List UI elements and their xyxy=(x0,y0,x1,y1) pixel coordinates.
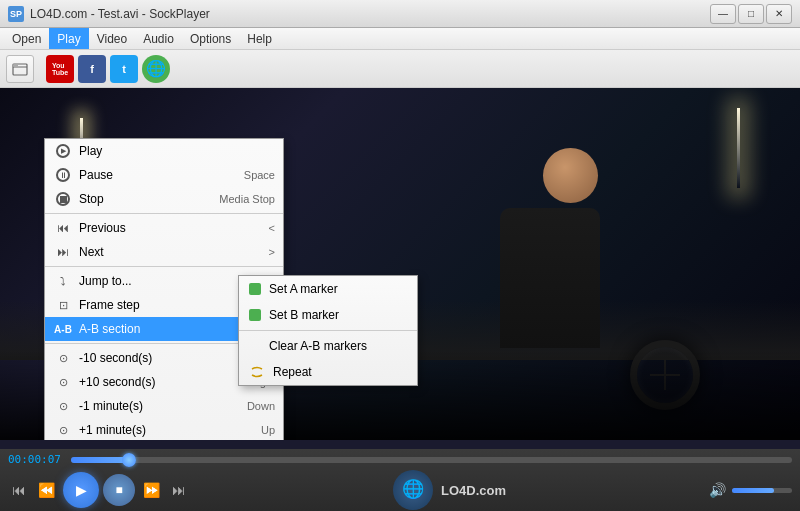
stop-label: Stop xyxy=(79,192,219,206)
step-back-button[interactable]: ⏪ xyxy=(34,480,59,500)
repeat-label: Repeat xyxy=(273,365,312,379)
menu-bar: Open Play Video Audio Options Help xyxy=(0,28,800,50)
rewind1m-icon: ⊙ xyxy=(53,396,73,416)
menu-help[interactable]: Help xyxy=(239,28,280,49)
menu-play[interactable]: Play xyxy=(49,28,88,49)
menu-audio[interactable]: Audio xyxy=(135,28,182,49)
title-controls: — □ ✕ xyxy=(710,4,792,24)
stop-circle-icon xyxy=(53,189,73,209)
ab-label: A-B section xyxy=(79,322,263,336)
set-a-label: Set A marker xyxy=(269,282,338,296)
submenu-separator xyxy=(239,330,417,331)
rewind10s-label: -10 second(s) xyxy=(79,351,257,365)
open-file-button[interactable] xyxy=(6,55,34,83)
ab-icon: A-B xyxy=(53,319,73,339)
menu-open[interactable]: Open xyxy=(4,28,49,49)
progress-row: 00:00:07 xyxy=(8,453,792,466)
twitter-button[interactable]: t xyxy=(110,55,138,83)
maximize-button[interactable]: □ xyxy=(738,4,764,24)
title-bar-left: SP LO4D.com - Test.avi - SockPlayer xyxy=(8,6,210,22)
jump-label: Jump to... xyxy=(79,274,246,288)
person-silhouette xyxy=(500,148,620,368)
forward10s-icon: ⊙ xyxy=(53,372,73,392)
marker-b-icon xyxy=(249,309,261,321)
play-menu-item-rewind1m[interactable]: ⊙ -1 minute(s) Down xyxy=(45,394,283,418)
globe-logo: 🌐 xyxy=(393,470,433,510)
set-b-label: Set B marker xyxy=(269,308,339,322)
play-menu-item-previous[interactable]: ⏮ Previous < xyxy=(45,216,283,240)
rewind1m-label: -1 minute(s) xyxy=(79,399,247,413)
forward1m-label: +1 minute(s) xyxy=(79,423,261,437)
forward1m-icon: ⊙ xyxy=(53,420,73,440)
progress-bar[interactable] xyxy=(71,457,792,463)
title-bar: SP LO4D.com - Test.avi - SockPlayer — □ … xyxy=(0,0,800,28)
volume-icon: 🔊 xyxy=(709,482,726,498)
video-area: ▶ Play ⏸ Pause Space Stop Media Stop ⏮ P xyxy=(0,88,800,440)
pause-shortcut: Space xyxy=(244,169,275,181)
step-forward-button[interactable]: ⏩ xyxy=(139,480,164,500)
volume-area: 🔊 xyxy=(709,482,792,498)
close-button[interactable]: ✕ xyxy=(766,4,792,24)
submenu-set-b[interactable]: Set B marker xyxy=(239,302,417,328)
logo-area: 🌐 LO4D.com xyxy=(393,470,506,510)
prev-icon: ⏮ xyxy=(53,218,73,238)
jump-icon: ⤵ xyxy=(53,271,73,291)
repeat-svg-icon xyxy=(250,365,264,379)
pause-label: Pause xyxy=(79,168,244,182)
previous-label: Previous xyxy=(79,221,269,235)
fast-forward-button[interactable]: ⏭ xyxy=(168,480,190,500)
clear-ab-label: Clear A-B markers xyxy=(269,339,367,353)
minimize-button[interactable]: — xyxy=(710,4,736,24)
progress-thumb xyxy=(122,453,136,467)
window-title: LO4D.com - Test.avi - SockPlayer xyxy=(30,7,210,21)
forward10s-label: +10 second(s) xyxy=(79,375,249,389)
stop-shortcut: Media Stop xyxy=(219,193,275,205)
buttons-row: ⏮ ⏪ ▶ ■ ⏩ ⏭ 🌐 LO4D.com 🔊 xyxy=(8,470,792,510)
volume-fill xyxy=(732,488,774,493)
play-circle-icon: ▶ xyxy=(53,141,73,161)
open-file-icon xyxy=(12,61,28,77)
next-label: Next xyxy=(79,245,269,259)
svg-rect-1 xyxy=(13,64,18,67)
rewind1m-shortcut: Down xyxy=(247,400,275,412)
social-icons: YouTube f t 🌐 xyxy=(46,55,170,83)
play-label: Play xyxy=(79,144,275,158)
forward1m-shortcut: Up xyxy=(261,424,275,436)
play-menu-item-pause[interactable]: ⏸ Pause Space xyxy=(45,163,283,187)
next-shortcut: > xyxy=(269,246,275,258)
youtube-button[interactable]: YouTube xyxy=(46,55,74,83)
submenu-repeat[interactable]: Repeat xyxy=(239,359,417,385)
repeat-icon xyxy=(249,364,265,380)
play-menu-item-next[interactable]: ⏭ Next > xyxy=(45,240,283,264)
app-icon: SP xyxy=(8,6,24,22)
globe-button[interactable]: 🌐 xyxy=(142,55,170,83)
play-menu-item-forward1m[interactable]: ⊙ +1 minute(s) Up xyxy=(45,418,283,440)
rewind10s-icon: ⊙ xyxy=(53,348,73,368)
volume-bar[interactable] xyxy=(732,488,792,493)
ab-submenu: Set A marker Set B marker Clear A-B mark… xyxy=(238,275,418,386)
playback-controls: ⏮ ⏪ ▶ ■ ⏩ ⏭ xyxy=(8,472,190,508)
controls-bar: 00:00:07 ⏮ ⏪ ▶ ■ ⏩ ⏭ 🌐 LO4D.com xyxy=(0,449,800,511)
menu-options[interactable]: Options xyxy=(182,28,239,49)
light-right xyxy=(737,108,740,188)
globe-content: 🌐 xyxy=(402,480,424,500)
previous-shortcut: < xyxy=(269,222,275,234)
separator-2 xyxy=(45,266,283,267)
pause-circle-icon: ⏸ xyxy=(53,165,73,185)
menu-video[interactable]: Video xyxy=(89,28,135,49)
play-main-button[interactable]: ▶ xyxy=(63,472,99,508)
stop-main-button[interactable]: ■ xyxy=(103,474,135,506)
submenu-set-a[interactable]: Set A marker xyxy=(239,276,417,302)
separator-1 xyxy=(45,213,283,214)
marker-a-icon xyxy=(249,283,261,295)
progress-fill xyxy=(71,457,129,463)
rewind-button[interactable]: ⏮ xyxy=(8,480,30,500)
facebook-button[interactable]: f xyxy=(78,55,106,83)
play-menu-item-stop[interactable]: Stop Media Stop xyxy=(45,187,283,211)
toolbar: YouTube f t 🌐 xyxy=(0,50,800,88)
lo4d-brand: LO4D.com xyxy=(441,483,506,498)
frame-icon: ⊡ xyxy=(53,295,73,315)
submenu-clear-ab[interactable]: Clear A-B markers xyxy=(239,333,417,359)
play-menu-item-play[interactable]: ▶ Play xyxy=(45,139,283,163)
time-display: 00:00:07 xyxy=(8,453,63,466)
